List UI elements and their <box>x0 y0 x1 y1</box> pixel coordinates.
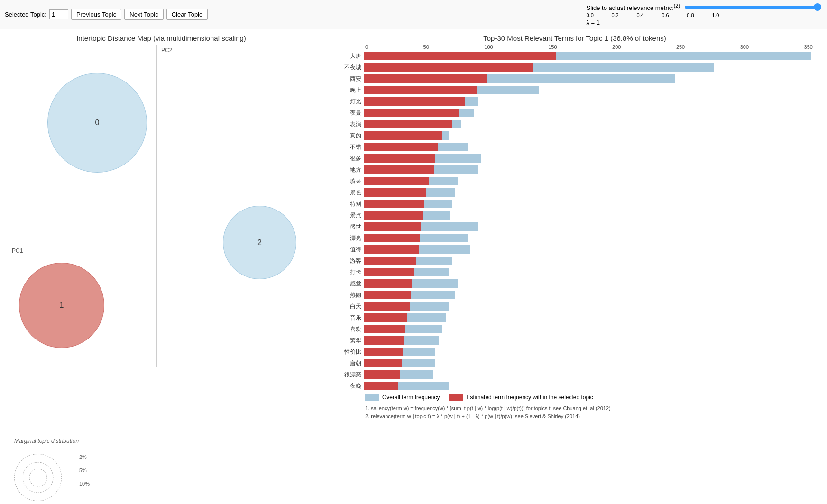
bar-row: 大唐 <box>332 51 818 61</box>
bar-row: 景色 <box>332 187 818 198</box>
bar-row: 音乐 <box>332 312 818 323</box>
legend-circle-mid <box>23 462 54 493</box>
right-panel: Top-30 Most Relevant Terms for Topic 1 (… <box>322 29 827 504</box>
bar-term-label: 夜晚 <box>332 382 364 390</box>
bar-term-label: 景点 <box>332 211 364 220</box>
slider-row: Slide to adjust relevance metric:(2) <box>587 3 818 11</box>
prev-topic-button[interactable]: Previous Topic <box>71 9 121 20</box>
bar-row: 夜景 <box>332 108 818 118</box>
slider-thumb[interactable] <box>814 3 821 11</box>
bar-fg <box>364 109 459 117</box>
footnotes: 1. saliency(term w) = frequency(w) * [su… <box>365 404 818 420</box>
bar-area <box>364 279 818 288</box>
bar-area <box>364 165 818 174</box>
bar-row: 喷泉 <box>332 176 818 186</box>
bar-fg <box>364 348 403 356</box>
bar-fg <box>364 52 556 60</box>
selected-topic-label: Selected Topic: <box>5 11 46 18</box>
legend-item-fg: Estimated term frequency within the sele… <box>449 394 593 401</box>
bar-area <box>364 52 818 60</box>
bar-fg <box>364 165 434 174</box>
axis-vertical <box>156 45 157 367</box>
bar-area <box>364 291 818 299</box>
relevance-slider-track <box>685 6 818 9</box>
bar-row: 盛世 <box>332 221 818 232</box>
bar-term-label: 表演 <box>332 120 364 128</box>
bar-area <box>364 131 818 140</box>
bubble-topic-1[interactable]: 1 <box>19 263 104 348</box>
top-left-controls: Selected Topic: Previous Topic Next Topi… <box>5 9 208 20</box>
bar-fg <box>364 302 410 311</box>
bubble-label-0: 0 <box>95 119 100 127</box>
bar-fg <box>364 359 402 367</box>
bar-fg <box>364 291 411 299</box>
bar-area <box>364 359 818 367</box>
bar-term-label: 漂亮 <box>332 234 364 242</box>
marginal-topic-label: Marginal topic distribution <box>14 438 79 444</box>
chart-legend: Overall term frequency Estimated term fr… <box>365 394 818 401</box>
bar-fg <box>364 222 421 231</box>
bar-term-label: 很漂亮 <box>332 371 364 379</box>
scatter-area: PC2 PC1 0 1 2 <box>9 45 313 367</box>
bar-area <box>364 154 818 163</box>
bar-fg <box>364 245 419 254</box>
top-bar: Selected Topic: Previous Topic Next Topi… <box>0 0 827 29</box>
next-topic-button[interactable]: Next Topic <box>124 9 163 20</box>
bar-fg <box>364 143 438 151</box>
clear-topic-button[interactable]: Clear Topic <box>166 9 208 20</box>
topic-input[interactable] <box>49 9 68 19</box>
bar-term-label: 盛世 <box>332 223 364 231</box>
footnote-line: 1. saliency(term w) = frequency(w) * [su… <box>365 404 818 412</box>
bar-row: 很多 <box>332 153 818 164</box>
bar-area <box>364 257 818 265</box>
pct-10: 10% <box>79 481 90 486</box>
bar-area <box>364 302 818 311</box>
bar-term-label: 唐朝 <box>332 359 364 367</box>
bar-area <box>364 120 818 128</box>
bar-row: 游客 <box>332 256 818 266</box>
bar-term-label: 真的 <box>332 132 364 140</box>
bar-term-label: 不夜城 <box>332 64 364 72</box>
pct-5: 5% <box>79 467 90 473</box>
slider-fill <box>685 6 818 9</box>
bar-term-label: 打卡 <box>332 268 364 276</box>
bar-row: 值得 <box>332 244 818 255</box>
legend-circles: 2% 5% 10% <box>14 454 62 501</box>
bar-fg <box>364 177 429 185</box>
bar-term-label: 喷泉 <box>332 177 364 185</box>
bar-fg <box>364 268 414 276</box>
bar-area <box>364 63 818 72</box>
bar-fg <box>364 131 442 140</box>
legend-circle-outer: 2% 5% 10% <box>14 454 62 501</box>
left-panel: Intertopic Distance Map (via multidimens… <box>0 29 322 504</box>
bar-area <box>364 245 818 254</box>
legend-percentages: 2% 5% 10% <box>79 454 90 486</box>
footnote-line: 2. relevance(term w | topic t) = λ * p(w… <box>365 412 818 421</box>
bar-row: 晚上 <box>332 85 818 95</box>
bar-term-label: 灯光 <box>332 98 364 106</box>
bar-area <box>364 382 818 390</box>
bar-fg <box>364 63 533 72</box>
bar-fg <box>364 188 426 197</box>
bar-area <box>364 234 818 242</box>
bar-row: 很漂亮 <box>332 369 818 380</box>
bar-fg <box>364 336 404 345</box>
bar-area <box>364 336 818 345</box>
bar-term-label: 西安 <box>332 75 364 83</box>
bubble-topic-0[interactable]: 0 <box>47 73 147 173</box>
bar-fg <box>364 370 400 379</box>
bar-chart-title: Top-30 Most Relevant Terms for Topic 1 (… <box>332 34 818 42</box>
bubble-topic-2[interactable]: 2 <box>223 206 296 279</box>
bar-area <box>364 86 818 94</box>
pc2-label: PC2 <box>161 47 172 54</box>
legend-color-bg <box>365 394 379 401</box>
bar-term-label: 不错 <box>332 143 364 151</box>
bar-term-label: 地方 <box>332 166 364 174</box>
bar-row: 热闹 <box>332 290 818 300</box>
slider-ticks: 0.0 0.2 0.4 0.6 0.8 1.0 <box>587 12 719 18</box>
bar-fg <box>364 154 435 163</box>
intertopic-map-title: Intertopic Distance Map (via multidimens… <box>5 34 318 42</box>
bubble-label-2: 2 <box>257 238 262 247</box>
slider-label: Slide to adjust relevance metric:(2) <box>587 3 680 11</box>
bar-row: 灯光 <box>332 96 818 107</box>
